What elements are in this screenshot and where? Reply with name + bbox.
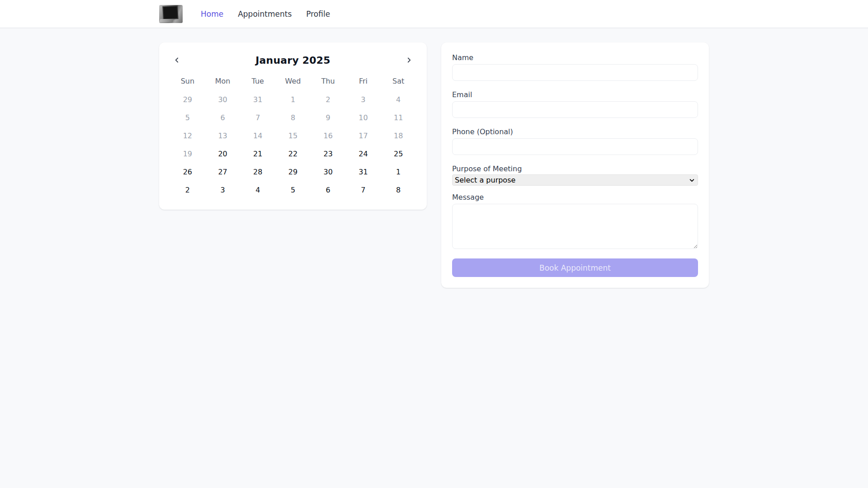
book-appointment-button[interactable]: Book Appointment <box>452 258 698 277</box>
calendar-day: 12 <box>170 127 205 145</box>
phone-input[interactable] <box>452 138 698 155</box>
calendar-day[interactable]: 6 <box>311 181 346 199</box>
calendar-day: 18 <box>381 127 416 145</box>
next-month-button[interactable] <box>402 53 416 67</box>
message-label: Message <box>452 193 698 202</box>
calendar-day: 29 <box>170 90 205 108</box>
calendar-day[interactable]: 4 <box>240 181 275 199</box>
calendar-day[interactable]: 31 <box>346 163 381 181</box>
calendar-day: 31 <box>240 90 275 108</box>
day-header: Thu <box>311 73 346 89</box>
calendar-day[interactable]: 5 <box>275 181 311 199</box>
message-field-group: Message <box>452 193 698 249</box>
calendar-day: 16 <box>311 127 346 145</box>
nav-links: Home Appointments Profile <box>201 9 330 19</box>
calendar-title: January 2025 <box>255 55 330 66</box>
calendar-day[interactable]: 26 <box>170 163 205 181</box>
main-content: January 2025 SunMonTueWedThuFriSat 29303… <box>145 42 723 288</box>
phone-field-group: Phone (Optional) <box>452 127 698 155</box>
calendar-day[interactable]: 21 <box>240 145 275 163</box>
purpose-field-group: Purpose of Meeting Select a purpose <box>452 164 698 186</box>
calendar-day: 30 <box>205 90 241 108</box>
calendar-day: 8 <box>275 108 311 127</box>
name-input[interactable] <box>452 64 698 81</box>
calendar-day[interactable]: 30 <box>311 163 346 181</box>
chevron-left-icon <box>173 56 181 64</box>
calendar-day: 9 <box>311 108 346 127</box>
nav-link-home[interactable]: Home <box>201 9 223 19</box>
calendar-day: 14 <box>240 127 275 145</box>
name-field-group: Name <box>452 53 698 81</box>
calendar-day[interactable]: 20 <box>205 145 241 163</box>
day-header: Sat <box>381 73 416 89</box>
chevron-right-icon <box>405 56 413 64</box>
message-textarea[interactable] <box>452 204 698 249</box>
calendar-header: January 2025 <box>170 53 416 67</box>
calendar-day[interactable]: 7 <box>346 181 381 199</box>
calendar-day: 7 <box>240 108 275 127</box>
day-header: Mon <box>205 73 241 89</box>
calendar-day: 17 <box>346 127 381 145</box>
calendar-day: 4 <box>381 90 416 108</box>
nav-link-profile[interactable]: Profile <box>306 9 330 19</box>
calendar-day: 1 <box>275 90 311 108</box>
email-label: Email <box>452 90 698 99</box>
logo-image[interactable] <box>159 5 183 23</box>
booking-form-card: Name Email Phone (Optional) Purpose of M… <box>441 42 709 288</box>
calendar-day[interactable]: 29 <box>275 163 311 181</box>
calendar-card: January 2025 SunMonTueWedThuFriSat 29303… <box>159 42 427 210</box>
email-field-group: Email <box>452 90 698 118</box>
calendar-day: 10 <box>346 108 381 127</box>
calendar-day[interactable]: 24 <box>346 145 381 163</box>
day-header: Wed <box>275 73 311 89</box>
day-header: Tue <box>240 73 275 89</box>
calendar-day[interactable]: 8 <box>381 181 416 199</box>
calendar-day: 19 <box>170 145 205 163</box>
booking-form: Name Email Phone (Optional) Purpose of M… <box>452 53 698 277</box>
nav-link-appointments[interactable]: Appointments <box>238 9 292 19</box>
calendar-grid: 2930311234567891011121314151617181920212… <box>170 90 416 199</box>
calendar-day: 5 <box>170 108 205 127</box>
calendar-day[interactable]: 28 <box>240 163 275 181</box>
day-header: Sun <box>170 73 205 89</box>
calendar-day: 11 <box>381 108 416 127</box>
purpose-label: Purpose of Meeting <box>452 164 698 173</box>
calendar-day[interactable]: 27 <box>205 163 241 181</box>
email-input[interactable] <box>452 101 698 118</box>
phone-label: Phone (Optional) <box>452 127 698 136</box>
calendar-day: 2 <box>311 90 346 108</box>
calendar-day: 6 <box>205 108 241 127</box>
calendar-day: 3 <box>346 90 381 108</box>
calendar-day-headers: SunMonTueWedThuFriSat <box>170 73 416 89</box>
calendar-day[interactable]: 3 <box>205 181 241 199</box>
navbar: Home Appointments Profile <box>0 0 868 28</box>
calendar-day[interactable]: 23 <box>311 145 346 163</box>
prev-month-button[interactable] <box>170 53 184 67</box>
calendar-day[interactable]: 25 <box>381 145 416 163</box>
calendar-day[interactable]: 1 <box>381 163 416 181</box>
name-label: Name <box>452 53 698 62</box>
purpose-select[interactable]: Select a purpose <box>452 174 698 186</box>
calendar-day: 13 <box>205 127 241 145</box>
calendar-day[interactable]: 2 <box>170 181 205 199</box>
calendar-day: 15 <box>275 127 311 145</box>
calendar-day[interactable]: 22 <box>275 145 311 163</box>
day-header: Fri <box>346 73 381 89</box>
